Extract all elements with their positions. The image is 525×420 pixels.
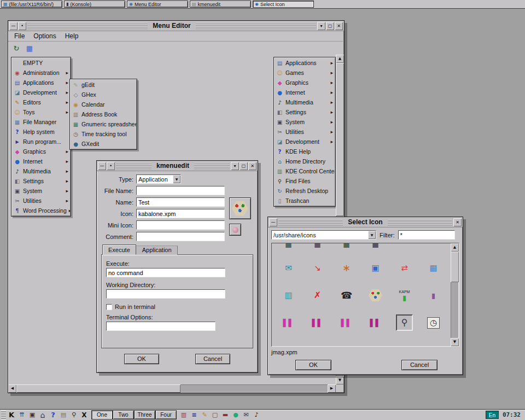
menu-button[interactable]: —	[9, 22, 18, 30]
grid-icon-calendar[interactable]: ▥	[274, 282, 303, 309]
tree-item-system[interactable]: ▣ System ▸	[12, 186, 70, 196]
desktop-button-one[interactable]: One	[91, 410, 113, 419]
tab-execute[interactable]: Execute	[102, 244, 136, 255]
desktop-button-two[interactable]: Two	[113, 410, 134, 419]
tree-item-settings[interactable]: ◧ Settings ▸	[12, 176, 70, 186]
grid-icon-partial-3[interactable]: ▆	[332, 243, 361, 253]
help-button[interactable]: ?	[48, 410, 58, 420]
close-button[interactable]: ✕	[335, 22, 343, 30]
grid-icon-burst[interactable]: ∗	[332, 254, 361, 282]
grid-icon-plug[interactable]: ▮	[419, 282, 448, 309]
horizontal-scrollbar[interactable]: ◀ ▶	[8, 384, 336, 393]
grid-icon-timer[interactable]: ◷	[419, 309, 448, 336]
scrollbar-thumb[interactable]	[16, 384, 180, 393]
scrollbar-track[interactable]	[180, 384, 328, 393]
taskbar-button-kmenuedit[interactable]: ▤ kmenuedit	[190, 1, 251, 8]
iconify-button[interactable]: ▾	[317, 22, 325, 30]
book-button[interactable]: ▬	[220, 410, 230, 420]
grid-icon-mail[interactable]: ✉	[274, 254, 303, 282]
menu-options[interactable]: Options	[30, 32, 60, 40]
rtree-item-applications[interactable]: ▤ Applications ▸	[275, 58, 335, 68]
grid-icon-partial-2[interactable]: ▆	[303, 243, 332, 253]
mini-icon-input[interactable]	[136, 220, 225, 230]
grid-icon-phone[interactable]: ☎	[332, 282, 361, 309]
sticky-button[interactable]: •	[107, 162, 115, 170]
grid-icon-partial-1[interactable]: ▆	[274, 243, 303, 253]
menu-help[interactable]: Help	[61, 32, 83, 40]
execute-input[interactable]	[106, 268, 225, 277]
rtree-item-find-files[interactable]: ⚲ Find Files	[275, 176, 335, 186]
titlebar[interactable]: —• kmenuedit ▾▢✕	[97, 161, 258, 171]
rtree-item-kde-control-center[interactable]: ▥ KDE Control Center	[275, 166, 335, 176]
cancel-button[interactable]: Cancel	[401, 360, 438, 370]
tree-item-utilities[interactable]: ✂ Utilities ▸	[12, 196, 70, 206]
tree-item-word-processing[interactable]: ¶ Word Processing ▸	[12, 206, 70, 215]
menu-button[interactable]: —	[98, 162, 106, 170]
grid-icon-kapm[interactable]: KAPM ▮	[390, 282, 419, 309]
tree-item-applications[interactable]: ▤ Applications ▸	[12, 78, 70, 88]
tree-item-empty[interactable]: EMPTY	[12, 58, 70, 68]
grid-icon-partial-4[interactable]: ▆	[361, 243, 390, 253]
desktop[interactable]: ▦ (file:/usr/X11R6/bin/) ▮ (Konsole) ◉ M…	[0, 0, 525, 420]
tree-item-help-system[interactable]: ? Help system	[12, 127, 70, 137]
world-button[interactable]: ●	[231, 410, 241, 420]
scroll-right-button[interactable]: ▶	[328, 384, 336, 393]
mini-icon-picker-button[interactable]	[229, 224, 241, 236]
close-button[interactable]: ✕	[453, 218, 462, 226]
maximize-button[interactable]: ▢	[326, 22, 334, 30]
edit-button[interactable]: ✎	[200, 410, 209, 420]
grid-vertical-scrollbar[interactable]: ▲ ▼	[451, 243, 459, 346]
titlebar[interactable]: — Select Icon ✕	[268, 217, 463, 228]
rtree-item-home-directory[interactable]: ⌂ Home Directory	[275, 156, 335, 166]
rtree-item-kde-help[interactable]: ? KDE Help	[275, 147, 335, 156]
ok-button[interactable]: OK	[295, 360, 331, 370]
scrollbar-thumb[interactable]	[451, 252, 459, 282]
rtree-item-multimedia[interactable]: ♪ Multimedia ▸	[275, 97, 335, 107]
display-button[interactable]: ▢	[210, 410, 220, 420]
toolbox-button[interactable]: ▥	[179, 410, 189, 420]
news-button[interactable]: ≡	[189, 410, 199, 420]
popup-item-gxedit[interactable]: ● GXedit	[71, 139, 136, 149]
tree-item-multimedia[interactable]: ♪ Multimedia ▸	[12, 166, 70, 176]
keyboard-layout-indicator[interactable]: En	[486, 411, 499, 419]
grid-icon-swap[interactable]: ⇄	[390, 254, 419, 282]
file-name-input[interactable]	[136, 186, 225, 195]
tree-item-toys[interactable]: ☺ Toys ▸	[12, 107, 70, 117]
scroll-down-button[interactable]: ▼	[451, 338, 459, 346]
taskbar-button-menu-editor[interactable]: ◉ Menu Editor	[127, 1, 188, 8]
grid-icon-table[interactable]: ▦	[419, 254, 448, 282]
grid-icon-kabalone[interactable]	[361, 282, 390, 309]
filter-input[interactable]	[398, 230, 455, 240]
popup-item-gnumeric[interactable]: ▦ Gnumeric spreadsheet	[71, 119, 136, 129]
rtree-item-internet[interactable]: ● Internet ▸	[275, 88, 335, 97]
rtree-item-settings[interactable]: ◧ Settings ▸	[275, 107, 335, 117]
tree-item-editors[interactable]: ✎ Editors ▸	[12, 97, 70, 107]
taskbar-button-kfm[interactable]: ▦ (file:/usr/X11R6/bin/)	[1, 1, 62, 8]
tree-item-run-program[interactable]: ▶ Run program...	[12, 137, 70, 147]
grid-icon-pager-1[interactable]: ▌▌	[274, 309, 303, 336]
rtree-item-system[interactable]: ▣ System ▸	[275, 117, 335, 127]
cabinet-button[interactable]: ▤	[59, 410, 68, 420]
menu-button[interactable]: —	[269, 218, 277, 226]
mail-button[interactable]: ✉	[241, 410, 251, 420]
cancel-button[interactable]: Cancel	[195, 354, 230, 364]
popup-item-ghex[interactable]: ◇ GHex	[71, 90, 136, 100]
reload-button[interactable]: ↻	[11, 43, 22, 54]
popup-item-gedit[interactable]: ✎ gEdit	[71, 80, 136, 90]
grid-icon-pager-3[interactable]: ▌▌	[332, 309, 361, 336]
find-button[interactable]: ⚲	[69, 410, 79, 420]
grid-icon-jmag[interactable]: ⚲	[390, 309, 419, 336]
maximize-button[interactable]: ▢	[240, 162, 248, 170]
scrollbar-track[interactable]	[451, 282, 459, 338]
sticky-button[interactable]: •	[18, 22, 26, 30]
close-button[interactable]: ✕	[248, 162, 256, 170]
sound-button[interactable]: ♪	[252, 410, 261, 420]
taskbar-button-konsole[interactable]: ▮ (Konsole)	[64, 1, 125, 8]
grid-icon-pager-2[interactable]: ▌▌	[303, 309, 332, 336]
scrollbar-thumb[interactable]	[336, 63, 344, 216]
titlebar[interactable]: —• Menu Editor ▾▢✕	[8, 21, 344, 31]
save-button[interactable]: ▦	[24, 43, 35, 54]
desktop-button-three[interactable]: Three	[134, 410, 155, 419]
popup-item-calendar[interactable]: ◉ Calendar	[71, 100, 136, 109]
iconify-button[interactable]: ▾	[231, 162, 239, 170]
